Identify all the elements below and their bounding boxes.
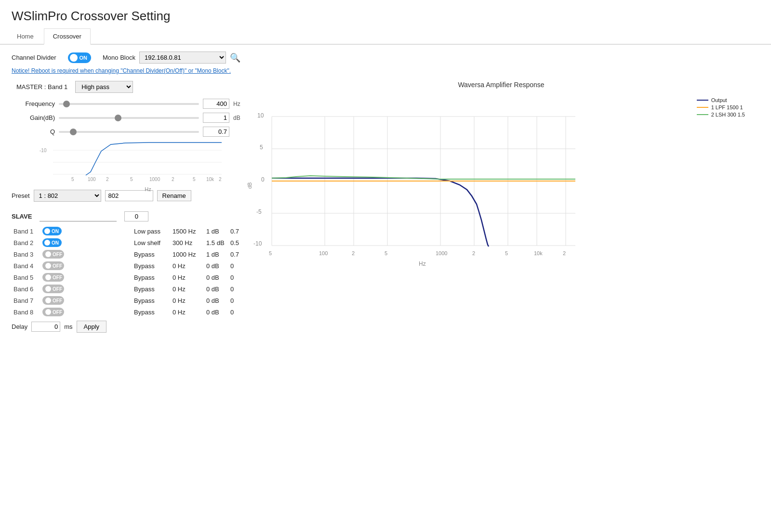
band-filter-3: Bypass [132,248,171,260]
gain-slider-track[interactable] [59,117,199,119]
slave-section: SLAVE Band 1 ON Low pass 1500 Hz 1 dB 0.… [12,211,243,333]
q-thumb[interactable] [70,129,77,135]
legend-lpf: 1 LPF 1500 1 [697,104,745,110]
svg-text:5: 5 [193,177,196,182]
band-gain-8: 0 dB [204,306,228,318]
band-toggle-3[interactable]: OFF [42,250,64,259]
master-filter-select[interactable]: Low pass High pass Low shelf High shelf … [75,81,133,93]
q-row: Q [16,127,243,137]
band-table: Band 1 ON Low pass 1500 Hz 1 dB 0.7 Band… [12,225,243,318]
svg-text:0: 0 [261,176,265,183]
svg-text:5: 5 [71,177,74,182]
band-toggle-8[interactable]: OFF [42,308,64,316]
svg-text:1000: 1000 [436,250,447,256]
band-toggle-cell-8: OFF [40,306,132,318]
band-toggle-cell-5: OFF [40,272,132,283]
band-gain-7: 0 dB [204,295,228,306]
band-toggle-4[interactable]: OFF [42,261,64,270]
band-gain-5: 0 dB [204,272,228,283]
legend: Output 1 LPF 1500 1 2 LSH 300 1.5 [697,97,745,119]
legend-output-line [697,100,708,101]
svg-text:-5: -5 [256,208,262,215]
gain-label: Gain(dB) [16,114,55,121]
svg-text:-10: -10 [253,240,262,247]
band-q-1: 0.7 [228,225,243,237]
band-q-8: 0 [228,306,243,318]
delay-label: Delay [12,323,27,330]
band-label-2: Band 2 [12,237,40,248]
frequency-slider-track[interactable] [59,103,199,105]
svg-text:10k: 10k [206,177,214,182]
band-toggle-2[interactable]: ON [42,238,62,247]
band-row-4: Band 4 OFF Bypass 0 Hz 0 dB 0 [12,260,243,272]
band-freq-1: 1500 Hz [171,225,204,237]
apply-button[interactable]: Apply [77,321,107,333]
band-filter-2: Low shelf [132,237,171,248]
gain-unit: dB [233,115,243,121]
master-section: MASTER : Band 1 Low pass High pass Low s… [12,81,243,184]
band-filter-1: Low pass [132,225,171,237]
band-toggle-7[interactable]: OFF [42,296,64,305]
band-label-1: Band 1 [12,225,40,237]
band-gain-2: 1.5 dB [204,237,228,248]
tab-crossover[interactable]: Crossover [44,28,91,45]
mono-block-select[interactable]: 192.168.0.81 [139,52,226,64]
tab-home[interactable]: Home [8,28,43,45]
frequency-thumb[interactable] [63,101,70,107]
band-gain-4: 0 dB [204,260,228,272]
slave-val-input[interactable] [124,211,148,221]
band-row-1: Band 1 ON Low pass 1500 Hz 1 dB 0.7 [12,225,243,237]
svg-text:5: 5 [505,250,508,256]
svg-text:5: 5 [269,250,272,256]
svg-text:2: 2 [352,250,355,256]
band-label-8: Band 8 [12,306,40,318]
svg-text:5: 5 [385,250,387,256]
svg-text:100: 100 [88,177,96,182]
channel-divider-toggle[interactable]: ON [68,52,92,63]
band-filter-4: Bypass [132,260,171,272]
band-freq-2: 300 Hz [171,237,204,248]
band-gain-3: 1 dB [204,248,228,260]
slave-title: SLAVE [12,213,32,220]
gain-thumb[interactable] [115,115,121,121]
q-input[interactable] [203,127,229,137]
legend-lsh-line [697,114,708,115]
svg-text:100: 100 [319,250,328,256]
band-toggle-6[interactable]: OFF [42,285,64,293]
master-chart-x-label: Hz [53,186,243,192]
delay-row: Delay ms Apply [12,321,243,333]
q-slider-track[interactable] [59,131,199,133]
band-toggle-cell-4: OFF [40,260,132,272]
band-row-5: Band 5 OFF Bypass 0 Hz 0 dB 0 [12,272,243,283]
band-toggle-cell-3: OFF [40,248,132,260]
search-button[interactable]: 🔍 [230,52,240,63]
band-filter-8: Bypass [132,306,171,318]
gain-input[interactable] [203,113,229,123]
band-gain-1: 1 dB [204,225,228,237]
band-label-5: Band 5 [12,272,40,283]
notice-text: Notice! Reboot is required when changing… [12,67,759,74]
app-title: WSlimPro Crossover Setting [0,0,771,28]
band-row-2: Band 2 ON Low shelf 300 Hz 1.5 dB 0.5 [12,237,243,248]
svg-text:5: 5 [260,144,263,151]
frequency-input[interactable] [203,99,229,109]
band-row-3: Band 3 OFF Bypass 1000 Hz 1 dB 0.7 [12,248,243,260]
channel-divider-state: ON [80,55,88,61]
band-q-4: 0 [228,260,243,272]
right-panel: Waversa Amplifier Response 10 5 0 -5 -10… [243,81,759,333]
band-freq-8: 0 Hz [171,306,204,318]
band-toggle-1[interactable]: ON [42,227,62,235]
amp-chart-wrapper: 10 5 0 -5 -10 dB [248,92,755,277]
legend-lsh: 2 LSH 300 1.5 [697,112,745,117]
delay-input[interactable] [31,322,60,332]
legend-lpf-label: 1 LPF 1500 1 [711,104,743,110]
svg-text:dB: dB [247,182,253,189]
svg-text:5: 5 [130,177,133,182]
svg-text:2: 2 [106,177,109,182]
slave-name-input[interactable] [40,212,117,221]
band-toggle-5[interactable]: OFF [42,273,64,282]
legend-output: Output [697,97,745,103]
band-filter-5: Bypass [132,272,171,283]
band-q-6: 0 [228,283,243,295]
delay-unit: ms [64,323,72,330]
